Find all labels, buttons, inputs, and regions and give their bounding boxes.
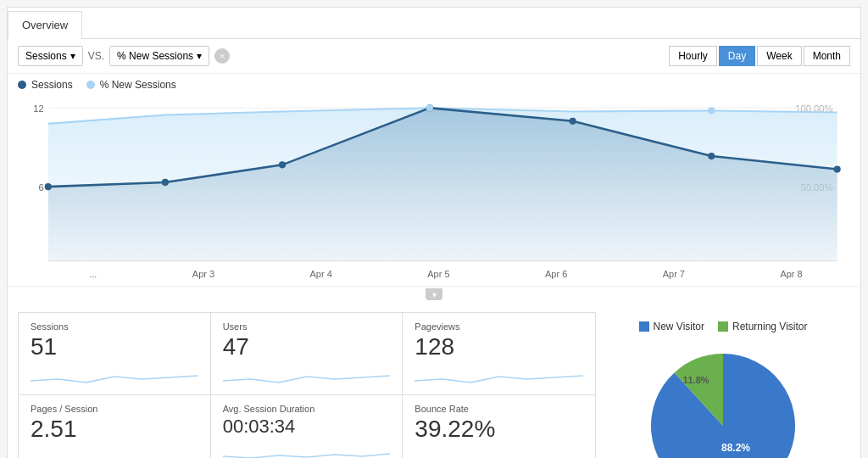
new-visitor-pct-label: 88.2% <box>721 442 750 454</box>
sessions-dot <box>18 81 26 89</box>
x-label: Apr 7 <box>663 269 685 279</box>
tab-bar: Overview <box>8 8 860 39</box>
collapse-section: ▾ <box>8 287 860 302</box>
bounce-rate-sparkline <box>415 446 583 458</box>
new-visitor-dot <box>639 321 649 332</box>
remove-metric-button[interactable]: × <box>214 48 230 64</box>
metrics-grid-container: Sessions 51 Users 47 <box>18 312 596 458</box>
metrics-grid: Sessions 51 Users 47 <box>18 312 596 458</box>
metric1-label: Sessions <box>25 50 67 62</box>
tab-overview-label: Overview <box>22 19 68 31</box>
legend-new-sessions-label: % New Sessions <box>100 79 176 91</box>
svg-point-9 <box>45 183 52 190</box>
vs-label: VS. <box>88 50 104 62</box>
svg-point-13 <box>570 118 576 125</box>
pie-chart: 88.2% 11.8% <box>638 341 808 458</box>
pageviews-sparkline <box>415 364 583 389</box>
metric-pageviews: Pageviews 128 <box>403 313 595 395</box>
legend-sessions-label: Sessions <box>31 79 73 91</box>
toolbar: Sessions ▾ VS. % New Sessions ▾ × Hourly… <box>8 39 860 74</box>
x-axis: ... Apr 3 Apr 4 Apr 5 Apr 6 Apr 7 Apr 8 <box>8 265 860 287</box>
svg-point-14 <box>708 153 715 159</box>
pie-svg: 88.2% 11.8% <box>638 341 808 458</box>
returning-visitor-label: Returning Visitor <box>732 321 808 332</box>
metric-pages-session: Pages / Session 2.51 <box>19 395 211 458</box>
time-controls: Hourly Day Week Month <box>669 46 850 66</box>
x-label: Apr 6 <box>545 269 567 279</box>
avg-duration-value: 00:03:34 <box>223 416 391 438</box>
sessions-sparkline <box>31 364 198 389</box>
main-container: Overview Sessions ▾ VS. % New Sessions ▾… <box>7 7 861 458</box>
svg-point-17 <box>708 107 715 114</box>
x-label: Apr 5 <box>427 269 449 279</box>
x-label: ... <box>89 269 97 279</box>
svg-point-15 <box>834 165 841 172</box>
metric-users: Users 47 <box>211 313 403 395</box>
svg-point-10 <box>162 179 169 186</box>
new-sessions-dot <box>86 81 95 89</box>
toolbar-left: Sessions ▾ VS. % New Sessions ▾ × <box>18 46 230 66</box>
avg-duration-label: Avg. Session Duration <box>223 404 391 414</box>
svg-text:6: 6 <box>38 182 43 193</box>
new-visitor-legend: New Visitor <box>639 321 704 332</box>
tab-overview[interactable]: Overview <box>8 11 82 39</box>
bounce-rate-value: 39.22% <box>415 416 583 443</box>
sessions-value: 51 <box>31 333 198 360</box>
svg-point-11 <box>279 161 286 168</box>
x-label: Apr 8 <box>780 269 802 279</box>
users-value: 47 <box>223 333 391 360</box>
line-chart: 12 6 100.00% 50.00% <box>18 99 850 265</box>
users-label: Users <box>223 321 391 332</box>
metric2-label: % New Sessions <box>117 50 193 62</box>
avg-duration-sparkline <box>223 441 391 458</box>
metric1-dropdown[interactable]: Sessions ▾ <box>18 46 83 66</box>
legend-new-sessions: % New Sessions <box>86 79 176 91</box>
x-label: Apr 3 <box>192 269 214 279</box>
metrics-section: Sessions 51 Users 47 <box>8 302 860 458</box>
users-sparkline <box>223 364 391 389</box>
month-button[interactable]: Month <box>804 46 850 66</box>
returning-visitor-pct-label: 11.8% <box>682 375 709 385</box>
metric-avg-duration: Avg. Session Duration 00:03:34 <box>211 395 403 458</box>
collapse-icon[interactable]: ▾ <box>426 288 442 300</box>
metric2-dropdown[interactable]: % New Sessions ▾ <box>109 46 209 66</box>
bounce-rate-label: Bounce Rate <box>415 404 583 414</box>
new-visitor-label: New Visitor <box>654 321 704 332</box>
day-button[interactable]: Day <box>719 46 755 66</box>
pageviews-label: Pageviews <box>415 321 583 332</box>
legend-sessions: Sessions <box>18 79 73 91</box>
svg-text:12: 12 <box>33 103 44 114</box>
metric-sessions: Sessions 51 <box>19 313 211 395</box>
hourly-button[interactable]: Hourly <box>669 46 717 66</box>
pie-section: New Visitor Returning Visitor <box>596 312 850 458</box>
pages-session-value: 2.51 <box>31 416 198 443</box>
pageviews-value: 128 <box>415 333 583 360</box>
sessions-label: Sessions <box>31 321 198 332</box>
chart-area: 12 6 100.00% 50.00% <box>8 96 860 265</box>
svg-point-16 <box>426 104 433 111</box>
pages-session-label: Pages / Session <box>31 404 198 414</box>
returning-visitor-legend: Returning Visitor <box>718 321 808 332</box>
metric-bounce-rate: Bounce Rate 39.22% <box>403 395 595 458</box>
pages-session-sparkline <box>31 446 198 458</box>
chart-legend: Sessions % New Sessions <box>8 74 860 96</box>
chevron-down-icon: ▾ <box>70 50 75 62</box>
pie-legend: New Visitor Returning Visitor <box>639 321 808 332</box>
chevron-down-icon2: ▾ <box>197 50 202 62</box>
week-button[interactable]: Week <box>757 46 801 66</box>
returning-visitor-dot <box>718 321 728 332</box>
x-label: Apr 4 <box>310 269 332 279</box>
